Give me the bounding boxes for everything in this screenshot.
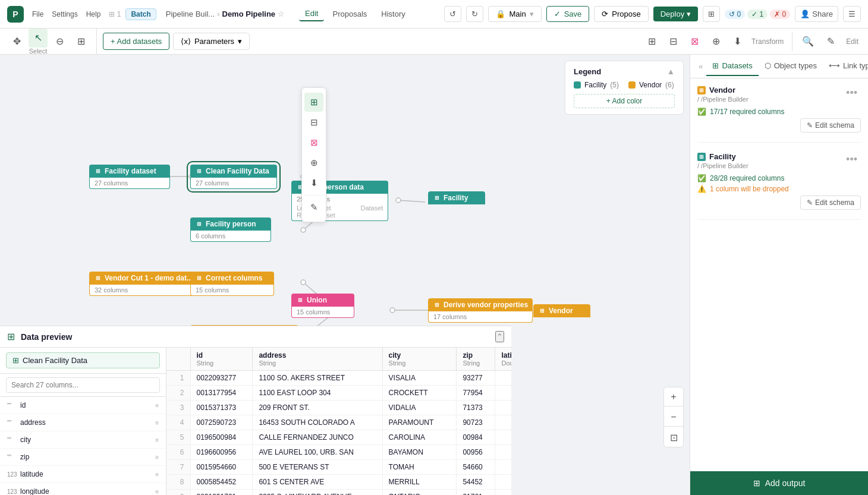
col-item-longitude[interactable]: 123 longitude ≡ [0,483,166,495]
cell-address: AVE LAUREL 100, URB. SAN [253,445,382,460]
cell-address: 500 E VETERANS ST [253,460,382,475]
data-table-wrap[interactable]: id String address String city String [166,348,511,495]
edit-pencil-vendor-icon: ✎ [807,121,813,130]
node-facility-person[interactable]: ⊞ Facility person 6 columns [189,216,272,243]
add-output-button[interactable]: ⊞ Add output [690,471,868,495]
col-sort-id[interactable]: ≡ [155,402,159,409]
views-button[interactable]: ⊞ [703,6,720,22]
tab-object-types[interactable]: ⬡ Object types [759,56,823,76]
column-search-input[interactable] [6,377,160,393]
col-icon-latitude: 123 [7,471,15,478]
float-union-btn[interactable]: ⊟ [304,113,323,132]
edit-schema-facility-btn[interactable]: ✎ Edit schema [800,196,861,210]
file-menu-help[interactable]: Help [83,9,105,20]
cell-address: 16453 SOUTH COLORADO A [253,415,382,430]
breadcrumb-parent[interactable]: Pipeline Buil... [166,10,215,18]
remove-tool-button[interactable]: ⊖ [50,32,69,51]
settings-menu-button[interactable]: ☰ [843,6,861,22]
dataset-vendor-more-btn[interactable]: ••• [842,86,861,100]
node-vendor-cut1[interactable]: ⊞ Vendor Cut 1 - demo dat... 32 columns [88,270,199,297]
node-correct-columns[interactable]: ⊞ Correct columns 15 columns [189,270,275,297]
float-filter-btn[interactable]: ⊠ [304,133,323,152]
node-derive-vendor[interactable]: ⊞ Derive vendor properties 17 columns [427,297,534,324]
edit-pencil-button[interactable]: ✎ [821,32,840,51]
node-clean-facility[interactable]: ⊞ Clean Facility Data 27 columns [189,163,278,190]
table-row: 9 0021891761 2295 S. VINEYARD AVENUE ONT… [166,490,511,496]
nav-history[interactable]: History [375,7,411,21]
col-item-city[interactable]: "" city ≡ [0,431,166,449]
col-sort-zip[interactable]: ≡ [155,454,159,461]
node-icon-derive-vendor: ⊞ [433,301,441,309]
file-menu-settings[interactable]: Settings [48,9,81,20]
node-label-vendor-output: Vendor [549,307,573,315]
breadcrumb-current: Demo Pipeline [222,10,276,18]
share-button[interactable]: 👤 Share [795,6,838,22]
top-nav: Edit Proposals History [299,7,411,21]
bottom-panel-collapse[interactable]: ⌃ [495,331,504,342]
node-cols-facility-dataset: 27 columns [89,178,170,189]
layout-tool-button[interactable]: ⊞ [71,32,90,51]
cell-address: 1100 SO. AKERS STREET [253,371,382,386]
tab-link-types-icon: ⟷ [829,61,840,70]
float-split-btn[interactable]: ⊕ [304,153,323,172]
transform-split-button[interactable]: ⊕ [706,32,725,51]
main-branch-button[interactable]: 🔒 Main ▾ [488,6,541,22]
undo-button[interactable]: ↺ [444,6,461,22]
col-sort-longitude[interactable]: ≡ [155,488,159,495]
zoom-out-button[interactable]: − [664,408,683,427]
tab-link-types[interactable]: ⟷ Link types [823,56,868,76]
file-menu-file[interactable]: File [29,9,47,20]
cell-zip: 71373 [457,401,495,415]
col-item-zip[interactable]: "" zip ≡ [0,449,166,466]
transform-download-button[interactable]: ⬇ [728,32,747,51]
nav-proposals[interactable]: Proposals [326,7,373,21]
cell-latitude: 44.00308068 [495,460,511,475]
add-datasets-button[interactable]: + Add datasets [103,33,169,50]
cell-id: 0072590723 [190,415,253,430]
save-button[interactable]: ✓ Save [546,6,590,22]
search-graph-button[interactable]: 🔍 [798,32,817,51]
right-panel-collapse-btn[interactable]: « [695,62,706,71]
transform-union-button[interactable]: ⊟ [663,32,683,51]
table-row: 6 0196600956 AVE LAUREL 100, URB. SAN BA… [166,445,511,460]
move-tool-button[interactable]: ✥ [7,32,26,51]
svg-point-12 [301,280,306,285]
dataset-vendor: ⊞ Vendor / /Pipeline Builder ••• ✅ 17/17… [697,86,861,143]
transform-join-button[interactable]: ⊞ [642,32,661,51]
col-item-address[interactable]: "" address ≡ [0,414,166,431]
legend-add-color-btn[interactable]: + Add color [574,94,675,108]
tab-object-types-icon: ⬡ [765,61,771,70]
transform-label: Transform [751,37,784,46]
node-label-union: Union [307,296,327,304]
legend-collapse-btn[interactable]: ▲ [667,67,675,76]
nav-edit[interactable]: Edit [299,7,324,21]
dataset-facility-path: / /Pipeline Builder [697,162,749,169]
col-sort-city[interactable]: ≡ [155,437,159,443]
tab-datasets[interactable]: ⊞ Datasets [706,56,758,76]
col-item-latitude[interactable]: 123 latitude ≡ [0,466,166,483]
zoom-in-button[interactable]: + [664,387,683,406]
dataset-facility-more-btn[interactable]: ••• [842,152,861,167]
node-facility-output[interactable]: ⊞ Facility [427,190,486,206]
redo-button[interactable]: ↻ [466,6,483,22]
col-sort-address[interactable]: ≡ [155,420,159,426]
node-facility-dataset[interactable]: ⊞ Facility dataset 27 columns [88,163,171,190]
breadcrumb-star[interactable]: ☆ [278,10,285,18]
canvas-area[interactable]: ⊞ Facility dataset 27 columns ⊞ Clean Fa… [0,55,690,495]
deploy-button[interactable]: Deploy ▾ [653,7,698,21]
node-union[interactable]: ⊞ Union 15 columns [290,292,356,319]
float-join-btn[interactable]: ⊞ [304,93,323,112]
col-sort-latitude[interactable]: ≡ [155,471,159,478]
float-edit-btn[interactable]: ✎ [304,198,323,217]
col-item-id[interactable]: "" id ≡ [0,397,166,414]
col-header-latitude: latitude Double [495,348,511,371]
node-vendor-output[interactable]: ⊞ Vendor [532,303,592,319]
transform-filter-button[interactable]: ⊠ [685,32,704,51]
propose-button[interactable]: ⟳ Propose [594,6,648,22]
float-download-btn[interactable]: ⬇ [304,174,323,193]
select-tool-button[interactable]: ↖ [29,29,48,48]
parameters-button[interactable]: ⟨x⟩ Parameters ▾ [173,33,250,50]
edit-schema-vendor-btn[interactable]: ✎ Edit schema [800,118,861,133]
transform-tools: ⊞ ⊟ ⊠ ⊕ ⬇ Transform [642,32,792,51]
zoom-fit-button[interactable]: ⊡ [664,428,683,447]
